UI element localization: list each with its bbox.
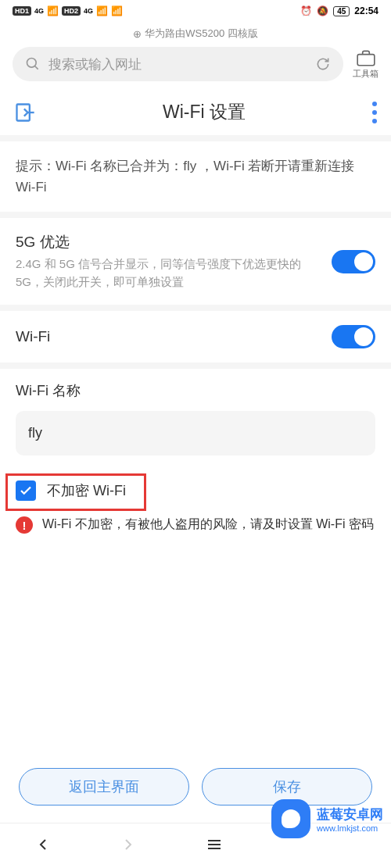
browser-header: ⊕ 华为路由WS5200 四核版 搜索或输入网址 工具箱 (0, 22, 391, 89)
svg-rect-2 (357, 54, 375, 65)
back-button[interactable]: 返回主界面 (19, 768, 189, 805)
page-header: Wi-Fi 设置 (0, 89, 391, 135)
prefer-5g-section: 5G 优选 2.4G 和 5G 信号合并显示，同等信号强度下优选更快的 5G，关… (0, 212, 391, 305)
svg-line-1 (35, 66, 38, 70)
hd1-badge: HD1 (13, 6, 31, 16)
toolbox-label: 工具箱 (353, 68, 378, 80)
search-placeholder: 搜索或输入网址 (48, 55, 142, 73)
tip-section: 提示：Wi-Fi 名称已合并为：fly ，Wi-Fi 若断开请重新连接 Wi-F… (0, 135, 391, 212)
more-menu-button[interactable] (372, 102, 377, 123)
toolbox-button[interactable]: 工具箱 (353, 49, 378, 80)
nav-back-button[interactable] (34, 835, 52, 857)
save-button[interactable]: 保存 (202, 768, 372, 805)
svg-point-0 (27, 59, 37, 68)
signal2-icon: 📶 (96, 5, 108, 16)
prefer-5g-toggle[interactable] (332, 250, 375, 273)
page-title: Wi-Fi 设置 (163, 100, 246, 124)
wifi-name-section: Wi-Fi 名称 fly (0, 363, 391, 468)
bottom-nav (0, 823, 391, 868)
net2-indicator: 4G (84, 7, 93, 15)
exit-icon[interactable] (14, 102, 36, 123)
no-encrypt-label: 不加密 Wi-Fi (47, 481, 126, 500)
no-encrypt-checkbox[interactable] (16, 480, 36, 501)
check-icon (19, 484, 33, 498)
net1-indicator: 4G (34, 7, 44, 15)
no-encrypt-row: 不加密 Wi-Fi (0, 468, 391, 504)
watermark-title: 蓝莓安卓网 (317, 805, 383, 823)
refresh-icon[interactable] (315, 56, 331, 72)
wifi-name-label: Wi-Fi 名称 (16, 381, 375, 400)
hd2-badge: HD2 (62, 6, 81, 16)
status-bar: HD1 4G 📶 HD2 4G 📶 📶 ⏰ 🔕 45 22:54 (0, 0, 391, 22)
address-bar[interactable]: 搜索或输入网址 (13, 47, 343, 81)
wifi-toggle[interactable] (332, 325, 375, 348)
mute-icon: 🔕 (317, 5, 328, 16)
battery-indicator: 45 (333, 6, 350, 16)
nav-forward-button[interactable] (119, 835, 138, 857)
wifi-title: Wi-Fi (16, 328, 50, 345)
warning-text: Wi-Fi 不加密，有被他人盗用的风险，请及时设置 Wi-Fi 密码 (42, 515, 374, 534)
tip-text: 提示：Wi-Fi 名称已合并为：fly ，Wi-Fi 若断开请重新连接 Wi-F… (16, 155, 375, 198)
browser-tab-title: ⊕ 华为路由WS5200 四核版 (13, 27, 378, 41)
alarm-icon: ⏰ (300, 5, 312, 16)
search-icon (25, 56, 41, 72)
wifi-section: Wi-Fi (0, 305, 391, 363)
globe-icon: ⊕ (133, 28, 142, 40)
warning-icon: ! (16, 516, 33, 534)
time-display: 22:54 (354, 5, 378, 16)
button-row: 返回主界面 保存 (0, 768, 391, 805)
prefer-5g-desc: 2.4G 和 5G 信号合并显示，同等信号强度下优选更快的 5G，关闭此开关，即… (16, 255, 332, 291)
toolbox-icon (356, 49, 376, 66)
nav-menu-button[interactable] (205, 835, 224, 857)
warning-row: ! Wi-Fi 不加密，有被他人盗用的风险，请及时设置 Wi-Fi 密码 (0, 504, 391, 545)
prefer-5g-title: 5G 优选 (16, 232, 332, 252)
wifi-icon: 📶 (111, 5, 123, 16)
wifi-name-input[interactable]: fly (16, 411, 375, 455)
signal1-icon: 📶 (47, 5, 59, 16)
